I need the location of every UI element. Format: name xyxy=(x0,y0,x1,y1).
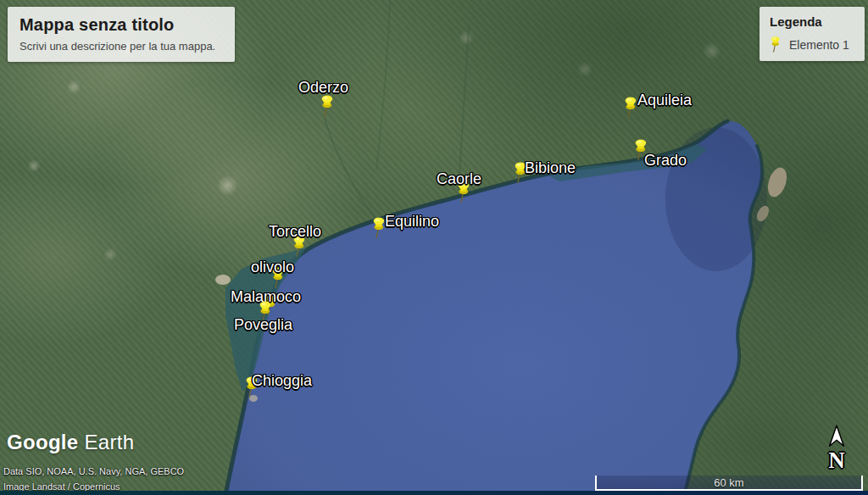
placemark-label: Bibione xyxy=(525,159,576,176)
map-title-card[interactable]: Mappa senza titolo Scrivi una descrizion… xyxy=(8,7,235,62)
placemark-label: Poveglia xyxy=(234,316,292,333)
map-description: Scrivi una descrizione per la tua mappa. xyxy=(19,40,223,53)
placemark-label: Equilino xyxy=(385,213,439,230)
pushpin-icon[interactable] xyxy=(320,95,334,117)
placemark-label: Torcello xyxy=(269,223,321,240)
compass-n-label: N xyxy=(821,449,852,471)
placemark-label: Caorle xyxy=(437,170,481,187)
logo-earth-wordmark: Earth xyxy=(84,431,134,453)
scale-bar: 60 km xyxy=(595,476,863,491)
placemark-label: Chioggia xyxy=(252,372,312,389)
placemark-label: Aquileia xyxy=(637,92,692,108)
placemark-label: Grado xyxy=(644,152,687,169)
north-arrow-icon xyxy=(826,425,848,448)
map-attribution: Data SIO, NOAA, U.S. Navy, NGA, GEBCO Im… xyxy=(3,464,184,494)
legend-item-label: Elemento 1 xyxy=(789,38,849,52)
placemark-label: olivolo xyxy=(251,259,294,275)
scale-bar-label: 60 km xyxy=(714,476,743,489)
attribution-line-1: Data SIO, NOAA, U.S. Navy, NGA, GEBCO xyxy=(3,464,184,479)
satellite-land-imagery xyxy=(0,0,868,495)
google-earth-logo: GoogleEarth xyxy=(7,431,134,454)
pushpin-icon xyxy=(770,36,781,53)
placemark-label: Oderzo xyxy=(298,79,348,96)
legend-item: Elemento 1 xyxy=(770,36,854,53)
compass-north-control[interactable]: N xyxy=(821,425,852,471)
google-earth-viewport[interactable]: Oderzo Aquileia Grado Bibione Caorle Equ… xyxy=(0,0,868,495)
imagery-edge-strip xyxy=(0,491,868,495)
pushpin-icon[interactable] xyxy=(623,97,637,119)
legend-title: Legenda xyxy=(770,14,854,29)
map-title: Mappa senza titolo xyxy=(19,15,223,35)
pushpin-icon[interactable] xyxy=(371,217,386,239)
legend-card: Legenda Elemento 1 xyxy=(760,7,865,61)
logo-google-wordmark: Google xyxy=(7,431,78,453)
